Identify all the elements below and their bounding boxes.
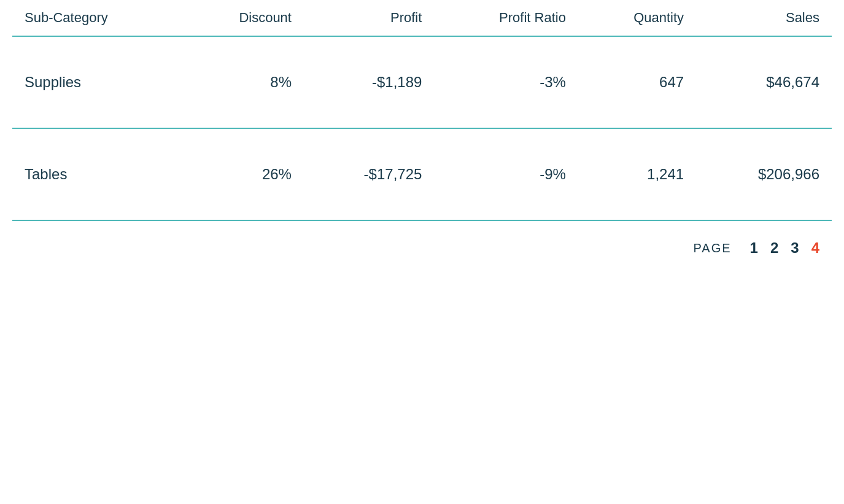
col-header-sub-category: Sub-Category [12,0,182,36]
cell-quantity-1: 1,241 [578,128,696,220]
cell-profit-ratio-1: -9% [434,128,578,220]
page-4-button[interactable]: 4 [811,239,819,257]
table-body: Supplies 8% -$1,189 -3% 647 $46,674 Tabl… [12,36,832,220]
header-row: Sub-Category Discount Profit Profit Rati… [12,0,832,36]
table-row: Supplies 8% -$1,189 -3% 647 $46,674 [12,36,832,128]
col-header-sales: Sales [696,0,832,36]
col-header-profit: Profit [304,0,434,36]
cell-sub-category-1: Tables [12,128,182,220]
data-table: Sub-Category Discount Profit Profit Rati… [12,0,832,221]
cell-quantity-0: 647 [578,36,696,128]
table-row: Tables 26% -$17,725 -9% 1,241 $206,966 [12,128,832,220]
col-header-discount: Discount [182,0,304,36]
cell-sales-1: $206,966 [696,128,832,220]
page-2-button[interactable]: 2 [770,239,778,257]
cell-profit-0: -$1,189 [304,36,434,128]
page-1-button[interactable]: 1 [750,239,758,257]
cell-sub-category-0: Supplies [12,36,182,128]
table-header: Sub-Category Discount Profit Profit Rati… [12,0,832,36]
cell-discount-1: 26% [182,128,304,220]
page-3-button[interactable]: 3 [791,239,799,257]
col-header-profit-ratio: Profit Ratio [434,0,578,36]
cell-profit-1: -$17,725 [304,128,434,220]
cell-profit-ratio-0: -3% [434,36,578,128]
page-label: PAGE [693,241,731,255]
pagination: PAGE 1 2 3 4 [12,221,832,269]
col-header-quantity: Quantity [578,0,696,36]
table-container: Sub-Category Discount Profit Profit Rati… [0,0,844,269]
cell-sales-0: $46,674 [696,36,832,128]
cell-discount-0: 8% [182,36,304,128]
